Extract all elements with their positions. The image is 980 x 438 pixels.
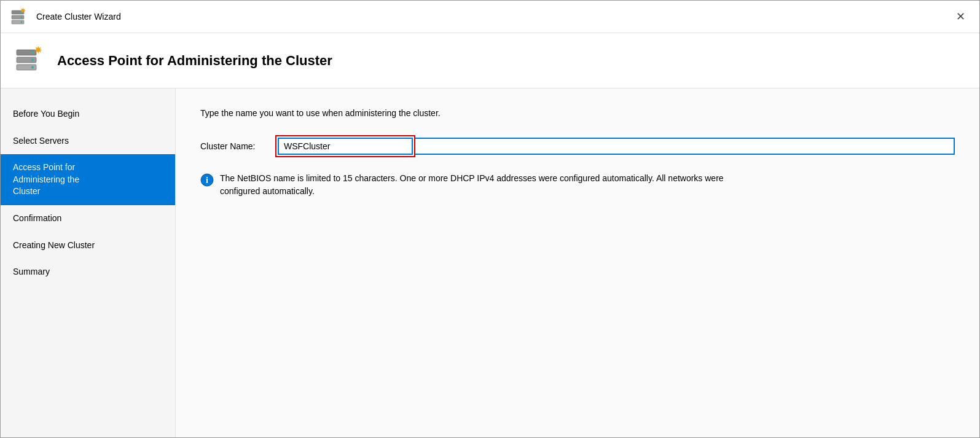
cluster-name-label: Cluster Name:	[200, 141, 268, 151]
info-box: i The NetBIOS name is limited to 15 char…	[200, 172, 753, 198]
sidebar-item-summary[interactable]: Summary	[1, 259, 175, 286]
sidebar-item-confirmation[interactable]: Confirmation	[1, 205, 175, 232]
page-title: Access Point for Administering the Clust…	[57, 53, 332, 69]
header-icon	[15, 45, 47, 77]
close-button[interactable]: ✕	[951, 7, 970, 26]
cluster-name-input[interactable]	[278, 138, 413, 155]
sidebar: Before You Begin Select Servers Access P…	[1, 88, 176, 437]
content-area: Before You Begin Select Servers Access P…	[1, 88, 979, 437]
title-bar: Create Cluster Wizard ✕	[1, 1, 979, 33]
svg-marker-13	[34, 45, 42, 53]
sidebar-item-access-point[interactable]: Access Point forAdministering theCluster	[1, 154, 175, 205]
info-message: The NetBIOS name is limited to 15 charac…	[220, 172, 753, 198]
svg-point-11	[31, 58, 34, 61]
dialog-title: Create Cluster Wizard	[36, 12, 121, 22]
svg-point-5	[21, 22, 23, 23]
svg-point-4	[21, 17, 23, 18]
cluster-name-row: Cluster Name:	[200, 135, 955, 157]
sidebar-item-select-servers[interactable]: Select Servers	[1, 128, 175, 155]
description-text: Type the name you want to use when admin…	[200, 108, 955, 118]
info-icon: i	[200, 173, 214, 187]
header-section: Access Point for Administering the Clust…	[1, 33, 979, 88]
svg-point-10	[31, 51, 34, 53]
sidebar-item-creating-new-cluster[interactable]: Creating New Cluster	[1, 232, 175, 259]
svg-point-12	[31, 66, 34, 68]
cluster-name-extension-input[interactable]	[415, 138, 955, 155]
svg-text:i: i	[206, 176, 208, 185]
main-content: Type the name you want to use when admin…	[176, 88, 979, 437]
sidebar-item-before-you-begin[interactable]: Before You Begin	[1, 101, 175, 128]
wizard-icon	[10, 7, 30, 26]
dialog-window: Create Cluster Wizard ✕ Access Point for…	[0, 0, 980, 438]
title-bar-left: Create Cluster Wizard	[10, 7, 121, 26]
cluster-name-input-highlight	[275, 135, 415, 157]
